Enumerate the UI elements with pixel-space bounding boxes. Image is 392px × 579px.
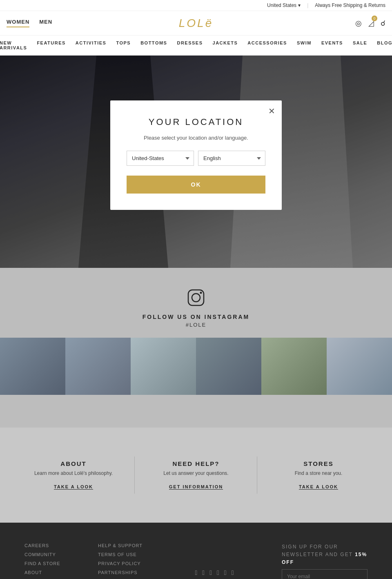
footer-social:       xyxy=(172,543,257,579)
nav-blog[interactable]: BLOG xyxy=(377,40,392,50)
nav-bottoms[interactable]: BOTTOMS xyxy=(140,40,167,50)
top-bar: United States ▾ | Always Free Shipping &… xyxy=(0,0,392,11)
svg-point-1 xyxy=(192,294,200,302)
nav-new-arrivals[interactable]: NEW ARRIVALS xyxy=(0,40,27,50)
info-section: ABOUT Learn more about Lolë's philosophy… xyxy=(0,428,392,523)
info-block-stores: STORES Find a store near you. TAKE A LOO… xyxy=(257,452,380,498)
info-block-help: NEED HELP? Let us answer your questions.… xyxy=(135,452,257,498)
footer-link-about[interactable]: ABOUT xyxy=(24,570,74,575)
google-plus-icon[interactable]:  xyxy=(209,569,212,577)
footer-link-careers[interactable]: CAREERS xyxy=(24,543,74,548)
newsletter-title-plain: SIGN UP FOR OUR NEWSLETTER AND GET xyxy=(282,544,355,557)
cart-count: 0 xyxy=(372,16,377,21)
info-help-title: NEED HELP? xyxy=(151,460,241,467)
info-block-about: ABOUT Learn more about Lolë's philosophy… xyxy=(12,452,135,498)
account-icon[interactable]: ◎ xyxy=(355,19,362,28)
modal-subtitle: Please select your location and/or langu… xyxy=(127,135,265,141)
newsletter-title: SIGN UP FOR OUR NEWSLETTER AND GET 15% O… xyxy=(282,543,368,567)
info-stores-title: STORES xyxy=(274,460,363,467)
svg-point-2 xyxy=(200,292,202,294)
info-about-link[interactable]: TAKE A LOOK xyxy=(54,484,93,490)
info-stores-desc: Find a store near you. xyxy=(274,470,363,476)
nav-tops[interactable]: TOPS xyxy=(116,40,131,50)
location-label: United States xyxy=(267,2,296,8)
footer-link-terms[interactable]: TERMS OF USE xyxy=(98,552,147,557)
instagram-grid xyxy=(0,338,392,395)
hero-section: L ✕ YOUR LOCATION Please select your loc… xyxy=(0,56,392,268)
footer-link-help[interactable]: HELP & SUPPORT xyxy=(98,543,147,548)
nav-men[interactable]: MEN xyxy=(39,19,52,27)
header-icons: ◎ ◿ 0 ☌ xyxy=(355,19,385,28)
modal-overlay: ✕ YOUR LOCATION Please select your locat… xyxy=(0,56,392,268)
footer-link-community[interactable]: COMMUNITY xyxy=(24,552,74,557)
nav-accessories[interactable]: ACCESSORIES xyxy=(247,40,287,50)
nav-swim[interactable]: SWIM xyxy=(297,40,312,50)
pinterest-icon[interactable]:  xyxy=(232,569,234,577)
footer-col-1: CAREERS COMMUNITY FIND A STORE ABOUT xyxy=(24,543,74,579)
instagram-icon[interactable] xyxy=(186,287,206,308)
instagram-grid-item-5[interactable] xyxy=(261,338,327,395)
youtube-icon[interactable]:  xyxy=(224,569,227,577)
location-selector[interactable]: United States ▾ xyxy=(267,2,301,8)
footer-newsletter: SIGN UP FOR OUR NEWSLETTER AND GET 15% O… xyxy=(282,543,368,579)
footer: CAREERS COMMUNITY FIND A STORE ABOUT HEL… xyxy=(0,523,392,579)
location-modal: ✕ YOUR LOCATION Please select your locat… xyxy=(110,100,282,210)
instagram-section: FOLLOW US ON INSTAGRAM #LOLE xyxy=(0,268,392,395)
nav-sale[interactable]: SALE xyxy=(353,40,367,50)
logo[interactable]: LOLë xyxy=(179,17,214,30)
footer-col-2: HELP & SUPPORT TERMS OF USE PRIVACY POLI… xyxy=(98,543,147,579)
footer-link-privacy[interactable]: PRIVACY POLICY xyxy=(98,561,147,566)
info-stores-link[interactable]: TAKE A LOOK xyxy=(299,484,338,490)
instagram-label: FOLLOW US ON INSTAGRAM xyxy=(0,314,392,320)
instagram-grid-item-1[interactable] xyxy=(0,338,65,395)
instagram-grid-item-6[interactable] xyxy=(327,338,392,395)
main-nav: NEW ARRIVALS FEATURES ACTIVITIES TOPS BO… xyxy=(0,36,392,56)
country-select[interactable]: United-States Canada France Germany Unit… xyxy=(127,151,194,166)
newsletter-email-input[interactable] xyxy=(282,569,368,579)
language-select[interactable]: English Français Deutsch Español xyxy=(198,151,265,166)
footer-link-find-store[interactable]: FIND A STORE xyxy=(24,561,74,566)
modal-ok-button[interactable]: OK xyxy=(127,176,265,194)
instagram-label-text: FOLLOW US ON INSTAGRAM xyxy=(143,314,250,320)
shipping-label: Always Free Shipping & Returns xyxy=(315,2,385,8)
info-help-desc: Let us answer your questions. xyxy=(151,470,241,476)
nav-features[interactable]: FEATURES xyxy=(37,40,65,50)
cart-icon[interactable]: ◿ 0 xyxy=(368,19,374,28)
logo-text: LOLë xyxy=(179,17,214,29)
instagram-spacer xyxy=(0,395,392,428)
twitter-icon[interactable]:  xyxy=(202,569,205,577)
nav-events[interactable]: EVENTS xyxy=(321,40,343,50)
modal-title: YOUR LOCATION xyxy=(127,117,265,127)
search-icon[interactable]: ☌ xyxy=(381,19,385,28)
instagram-grid-item-2[interactable] xyxy=(65,338,131,395)
info-about-title: ABOUT xyxy=(29,460,118,467)
header: WOMEN MEN LOLë ◎ ◿ 0 ☌ xyxy=(0,11,392,36)
top-bar-divider: | xyxy=(307,2,308,8)
info-about-desc: Learn more about Lolë's philosophy. xyxy=(29,470,118,476)
info-help-link[interactable]: GET INFORMATION xyxy=(169,484,223,490)
footer-link-partnerships[interactable]: PARTNERSHIPS xyxy=(98,570,147,575)
instagram-grid-item-4[interactable] xyxy=(196,338,261,395)
instagram-grid-item-3[interactable] xyxy=(131,338,196,395)
nav-activities[interactable]: ACTIVITIES xyxy=(76,40,107,50)
nav-women[interactable]: WOMEN xyxy=(7,19,29,27)
instagram-hashtag: #LOLE xyxy=(0,322,392,328)
chevron-down-icon: ▾ xyxy=(298,2,301,8)
nav-jackets[interactable]: JACKETS xyxy=(213,40,238,50)
nav-dresses[interactable]: DRESSES xyxy=(177,40,203,50)
facebook-icon[interactable]:  xyxy=(195,569,197,577)
footer-top: CAREERS COMMUNITY FIND A STORE ABOUT HEL… xyxy=(24,543,368,579)
gender-nav: WOMEN MEN xyxy=(7,19,52,27)
modal-selects: United-States Canada France Germany Unit… xyxy=(127,151,265,166)
instagram-icon[interactable]:  xyxy=(217,569,219,577)
modal-close-button[interactable]: ✕ xyxy=(268,106,275,116)
